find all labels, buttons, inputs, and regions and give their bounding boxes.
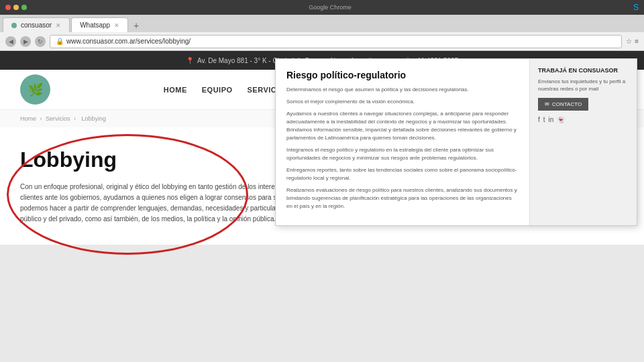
- logo: 🌿: [20, 74, 50, 105]
- refresh-button[interactable]: ↻: [35, 36, 46, 47]
- overlay-para-2: Somos el mejor complemento de la visión …: [286, 98, 519, 106]
- breadcrumb-current: Lobbying: [82, 115, 107, 122]
- lock-icon: 🔒: [56, 38, 64, 45]
- nav-home[interactable]: HOME: [164, 86, 187, 94]
- breadcrumb-servicios[interactable]: Servicios: [46, 115, 70, 122]
- overlay-twitter-icon[interactable]: t: [543, 116, 545, 123]
- tab1-label: consuasor: [21, 21, 52, 29]
- close-tab-2[interactable]: ✕: [114, 22, 119, 29]
- overlay-social-icons: f t in 👻: [538, 116, 629, 123]
- tab2-label: Whatsapp: [80, 21, 110, 29]
- overlay-para-5: Entregamos reportes, tanto sobre las ten…: [286, 166, 519, 182]
- forward-button[interactable]: ▶: [20, 36, 31, 47]
- overlay-para-1: Determinamos el riesgo que asumen la pol…: [286, 86, 519, 94]
- overlay-facebook-icon[interactable]: f: [538, 116, 540, 123]
- overlay-para-3: Ayudamos a nuestros clientes a navegar s…: [286, 110, 519, 142]
- overlay-right-title: TRABAJÁ EN CONSUASOR: [538, 67, 629, 74]
- overlay-linkedin-icon[interactable]: in: [549, 116, 554, 123]
- star-icon[interactable]: ☆: [626, 38, 632, 45]
- breadcrumb-home[interactable]: Home: [20, 115, 36, 122]
- logo-icon: 🌿: [28, 82, 43, 97]
- overlay-para-6: Realizamos evaluaciones de riesgo políti…: [286, 186, 519, 210]
- address-bar-row: ◀ ▶ ↻ 🔒 www.consuasor.com.ar/services/lo…: [0, 32, 644, 51]
- overlay-title: Riesgo político-regulatorio: [286, 70, 519, 80]
- browser-tab-2[interactable]: Whatsapp ✕: [71, 17, 128, 32]
- breadcrumb-sep-1: ›: [40, 115, 44, 122]
- browser-title: Google Chrome: [309, 4, 352, 11]
- overlay-contacto-label: CONTACTO: [552, 101, 582, 107]
- nav-equipo[interactable]: EQUIPO: [202, 86, 233, 94]
- overlay-para-4: Integramos el riesgo político y regulato…: [286, 146, 519, 162]
- menu-icon[interactable]: ≡: [635, 38, 639, 45]
- overlay-contacto-icon: ✉: [545, 101, 549, 107]
- browser-tab-bar: consuasor ✕ Whatsapp ✕ +: [0, 15, 644, 32]
- browser-tab-1[interactable]: consuasor ✕: [3, 17, 70, 32]
- pin-icon: 📍: [186, 57, 194, 64]
- address-bar[interactable]: 🔒 www.consuasor.com.ar/services/lobbying…: [50, 35, 622, 48]
- back-button[interactable]: ◀: [5, 36, 16, 47]
- skype-icon: S: [633, 3, 639, 12]
- overlay-contacto-button[interactable]: ✉ CONTACTO: [538, 98, 588, 111]
- new-tab-button[interactable]: +: [129, 19, 143, 32]
- url-text: www.consuasor.com.ar/services/lobbying/: [66, 38, 191, 45]
- overlay-right-desc: Envianos tus inquietudes y tu perfil a n…: [538, 78, 629, 93]
- overlay-card-left: Riesgo político-regulatorio Determinamos…: [276, 59, 529, 225]
- overlay-card: Riesgo político-regulatorio Determinamos…: [275, 58, 637, 226]
- browser-chrome: Google Chrome S: [0, 0, 644, 15]
- close-tab-1[interactable]: ✕: [56, 22, 61, 29]
- breadcrumb-sep-2: ›: [74, 115, 78, 122]
- overlay-snapchat-icon[interactable]: 👻: [557, 116, 565, 123]
- overlay-card-right: TRABAJÁ EN CONSUASOR Envianos tus inquie…: [529, 59, 637, 225]
